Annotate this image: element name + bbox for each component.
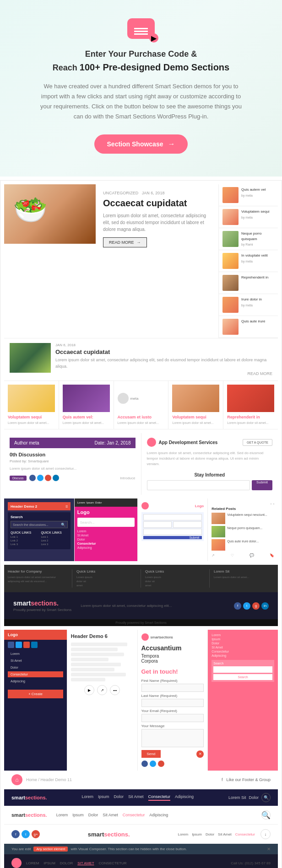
sidebar-item: Neque porro quisquamby Rami xyxy=(219,228,278,250)
li-icon[interactable] xyxy=(53,475,59,481)
bn-nav-dolor[interactable]: Dolor xyxy=(206,832,214,836)
bn-dropdown-icon[interactable]: ↓ xyxy=(260,829,271,839)
footer-gp-icon[interactable]: g xyxy=(252,602,260,610)
grid-text-1: Lorem ipsum dolor sit amet... xyxy=(8,421,55,425)
footer-powered: Proudly powered by Smart Sections xyxy=(4,619,278,626)
mh1-fb-icon[interactable] xyxy=(8,642,14,648)
mh1-gp-icon[interactable] xyxy=(23,642,30,648)
hd3-logo-row: Logo xyxy=(141,502,204,509)
hd3-input-4[interactable] xyxy=(143,529,202,535)
contact-fb-icon[interactable] xyxy=(141,761,148,767)
nd1-nav-adipiscing[interactable]: Adipiscing xyxy=(175,794,194,801)
heart-icon[interactable]: ♡ xyxy=(231,553,234,557)
footer-fb-icon[interactable]: f xyxy=(234,602,241,610)
share-icon[interactable]: ↗ xyxy=(212,553,215,557)
bb-nav-consectetur[interactable]: CONSECTETUR xyxy=(99,861,127,865)
mh1-li-icon[interactable] xyxy=(31,642,38,648)
nd2-nav-sit-amet[interactable]: Sit Amet xyxy=(103,813,118,817)
bn-tw-icon[interactable]: t xyxy=(22,830,30,838)
tw-icon[interactable] xyxy=(37,475,43,481)
nd1-nav-sit-amet[interactable]: Sit Amet xyxy=(128,794,144,801)
nd1-nav-ipsum[interactable]: Ipsum xyxy=(98,794,109,801)
grid-text-4: Lorem ipsum dolor sit amet... xyxy=(172,421,219,425)
cf-firstname[interactable] xyxy=(141,684,204,692)
discussion-meta: Posted by: Smartsquare xyxy=(10,459,136,463)
mh2-more-icon[interactable]: ••• xyxy=(110,685,120,695)
hd3-input-2[interactable] xyxy=(143,521,172,528)
cf-message[interactable] xyxy=(141,729,204,747)
bb-nav-lorem[interactable]: LOREM xyxy=(26,861,39,865)
bn-nav-sit-amet[interactable]: Sit Amet xyxy=(218,832,232,836)
mh4-search-input[interactable] xyxy=(213,666,272,673)
mh1-tw-icon[interactable] xyxy=(16,642,22,648)
mh1-nav-adipiscing[interactable]: Adipiscing xyxy=(8,678,63,684)
search-input-fake[interactable]: Search the discussions... 🔍 xyxy=(11,521,68,528)
showcase-button[interactable]: Section Showcase → xyxy=(94,134,188,154)
grid-item-4: Voluptatem sequi Lorem ipsum dolor sit a… xyxy=(168,381,223,429)
footer-li-icon[interactable]: in xyxy=(261,602,269,610)
contact-tw-icon[interactable] xyxy=(150,761,156,767)
discuss-button[interactable]: Discuss xyxy=(10,476,27,481)
comment-icon[interactable]: 💬 xyxy=(249,553,254,557)
grid-text-3: Lorem ipsum dolor sit amet... xyxy=(118,421,165,425)
read-more-button[interactable]: READ MORE → xyxy=(103,237,147,247)
mh1-nav-lorem[interactable]: Lorem xyxy=(8,651,63,657)
related-thumb-3 xyxy=(212,539,225,551)
fb-icon[interactable] xyxy=(29,475,36,481)
vc-btn[interactable]: Any section element xyxy=(33,847,68,852)
bn-nav-lorem[interactable]: Lorem xyxy=(178,832,188,836)
nd1-nav-consectetur[interactable]: Consectetur xyxy=(148,794,171,801)
bn-nav-consectetur[interactable]: Consectetur xyxy=(235,832,255,836)
mh4-nav-consectetur[interactable]: Consectetur xyxy=(212,650,274,653)
introduce-label: Introduce xyxy=(120,476,135,480)
cf-delete-icon[interactable]: ✕ xyxy=(196,750,204,758)
mh1-nav-st-amet[interactable]: St Amet xyxy=(8,658,63,664)
nd2-nav-dolor[interactable]: Dolor xyxy=(88,813,98,817)
hd2-search[interactable]: Search... xyxy=(77,518,135,527)
email-input-field[interactable] xyxy=(147,480,250,490)
cf-email[interactable] xyxy=(141,714,204,722)
vc-close-button[interactable]: ✕ xyxy=(267,847,271,852)
mh1-create-button[interactable]: + Create xyxy=(8,690,63,698)
mh2-play-icon[interactable]: ▶ xyxy=(84,685,94,695)
mh4-nav-adipiscing[interactable]: Adipiscing xyxy=(212,654,274,657)
mh4-nav-st-amet[interactable]: St Amet xyxy=(212,646,274,649)
mh4-nav-dolor[interactable]: Dolor xyxy=(212,642,274,645)
nd2-search-button[interactable]: 🔍 xyxy=(261,810,271,820)
nd1-search-icon[interactable]: 🔍 xyxy=(261,793,271,802)
submit-button[interactable]: Submit xyxy=(252,480,272,490)
contact-gp-icon[interactable] xyxy=(158,761,164,767)
app-dev-header: App Development Services GET A QUOTE xyxy=(147,438,273,447)
mh4-nav-lorem[interactable]: Lorem xyxy=(212,633,274,637)
bb-nav-ipsum[interactable]: IPSUM xyxy=(43,861,55,865)
mh2-share-icon[interactable]: ↗ xyxy=(97,685,107,695)
nd1-nav-dolor[interactable]: Dolor xyxy=(114,794,124,801)
fb-like-icon[interactable]: f xyxy=(222,777,223,782)
nd2-nav-consectetur[interactable]: Consectetur xyxy=(123,813,145,817)
nd2-nav-lorem[interactable]: Lorem xyxy=(56,813,68,817)
footer-tw-icon[interactable]: t xyxy=(243,602,250,610)
nd1-nav-lorem[interactable]: Lorem xyxy=(82,794,94,801)
more-headers-row: Logo Lorem St Amet Dolor Consectetur Adi… xyxy=(4,630,278,771)
bookmark-icon[interactable]: 🔖 xyxy=(270,553,274,557)
hd3-input-3[interactable] xyxy=(173,521,202,528)
sidebar-thumb-3 xyxy=(222,231,239,247)
bn-nav-ipsum[interactable]: Ipsum xyxy=(192,832,202,836)
bb-nav-dolor[interactable]: DOLOR xyxy=(60,861,73,865)
mh4-nav-ipsum[interactable]: Ipsum xyxy=(212,638,274,641)
cf-submit-button[interactable]: Send xyxy=(141,750,161,758)
nd2-nav-adipiscing[interactable]: Adipiscing xyxy=(149,813,168,817)
get-quote-button[interactable]: GET A QUOTE xyxy=(243,439,272,446)
bn-gp-icon[interactable]: g+ xyxy=(32,830,40,838)
blog-2-readmore[interactable]: READ MORE xyxy=(55,371,272,376)
bb-nav-sit-amet[interactable]: SIT AMET xyxy=(77,861,94,865)
nd2-nav-ipsum[interactable]: Ipsum xyxy=(72,813,84,817)
gp-icon[interactable] xyxy=(45,475,51,481)
mh1-nav-dolor[interactable]: Dolor xyxy=(8,664,63,670)
hd3-input-1[interactable] xyxy=(143,514,202,520)
mh1-nav-consectetur[interactable]: Consectetur xyxy=(8,671,63,677)
cf-lastname[interactable] xyxy=(141,699,204,707)
bn-fb-icon[interactable]: f xyxy=(11,830,20,838)
hd3-submit[interactable]: Submit xyxy=(143,536,202,539)
mh4-search-button[interactable]: Search xyxy=(213,674,272,680)
